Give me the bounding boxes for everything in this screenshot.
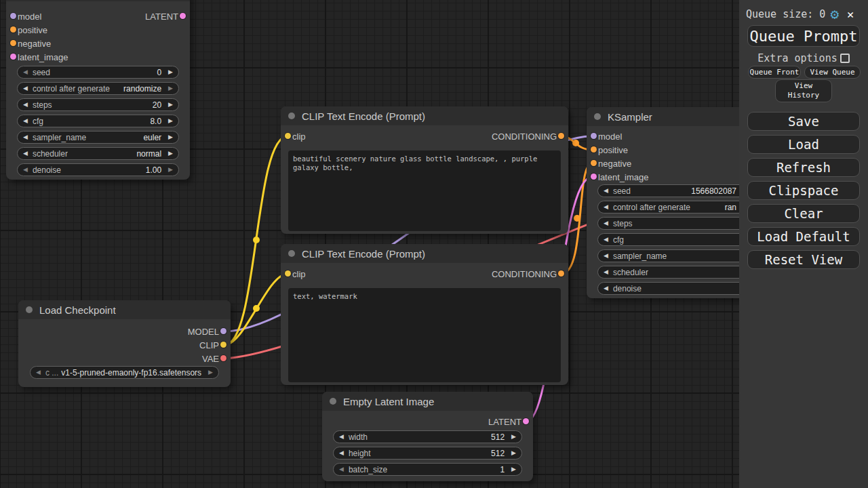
increment-arrow-icon[interactable]: ▶: [168, 150, 173, 157]
input-port-clip[interactable]: clip: [281, 269, 306, 279]
output-port-clip[interactable]: CLIP: [199, 340, 231, 350]
input-port-clip[interactable]: clip: [281, 131, 306, 142]
decrement-arrow-icon[interactable]: ◀: [339, 466, 344, 472]
node-title-bar[interactable]: CLIP Text Encode (Prompt): [281, 106, 568, 125]
save-button[interactable]: Save: [747, 112, 860, 131]
input-port-positive[interactable]: positive: [6, 25, 47, 35]
prompt-textarea[interactable]: text, watermark: [288, 288, 561, 382]
refresh-button[interactable]: Refresh: [747, 158, 860, 177]
input-port-latent-image[interactable]: latent_image: [587, 172, 648, 182]
input-port-latent-image[interactable]: latent_image: [6, 52, 68, 62]
port-dot-icon: [10, 13, 16, 19]
decrement-arrow-icon[interactable]: ◀: [339, 450, 344, 456]
node-title-bar[interactable]: KSampler: [6, 0, 190, 1]
node-load-checkpoint[interactable]: Load Checkpoint MODEL CLIP VAE ◀c ...v1-…: [18, 300, 231, 387]
decrement-arrow-icon[interactable]: ◀: [23, 167, 28, 173]
decrement-arrow-icon[interactable]: ◀: [23, 102, 28, 108]
port-dot-icon: [10, 54, 16, 60]
increment-arrow-icon[interactable]: ▶: [168, 167, 173, 173]
node-title-bar[interactable]: Load Checkpoint: [18, 300, 231, 319]
increment-arrow-icon[interactable]: ▶: [168, 118, 173, 124]
close-icon[interactable]: ✕: [847, 7, 854, 21]
queue-prompt-button[interactable]: Queue Prompt: [747, 25, 860, 47]
widget-scheduler[interactable]: ◀schedulernormal▶: [17, 147, 179, 160]
widget-denoise[interactable]: ◀denoise1.00▶: [17, 163, 179, 176]
node-ksampler-top[interactable]: KSampler model LATENT positive negative …: [6, 0, 190, 180]
collapse-dot-icon[interactable]: [288, 113, 295, 119]
view-queue-button[interactable]: View Queue: [804, 66, 861, 79]
output-port-vae[interactable]: VAE: [202, 354, 231, 364]
node-clip-text-encode-positive[interactable]: CLIP Text Encode (Prompt) clip CONDITION…: [281, 106, 568, 234]
input-port-model[interactable]: model: [6, 12, 41, 22]
output-port-latent[interactable]: LATENT: [488, 417, 533, 427]
collapse-dot-icon[interactable]: [288, 250, 295, 257]
widget-sampler-name[interactable]: ◀sampler_nameeuler▶: [17, 131, 179, 144]
decrement-arrow-icon[interactable]: ◀: [23, 85, 28, 92]
increment-arrow-icon[interactable]: ▶: [168, 134, 173, 140]
node-title-bar[interactable]: Empty Latent Image: [322, 392, 533, 411]
widget-ckpt-name[interactable]: ◀c ...v1-5-pruned-emaonly-fp16.safetenso…: [30, 366, 219, 379]
reset-view-button[interactable]: Reset View: [747, 250, 860, 269]
decrement-arrow-icon[interactable]: ◀: [23, 134, 28, 140]
node-empty-latent-image[interactable]: Empty Latent Image LATENT ◀width512▶ ◀he…: [322, 392, 533, 481]
decrement-arrow-icon[interactable]: ◀: [36, 369, 41, 375]
decrement-arrow-icon[interactable]: ◀: [604, 237, 608, 243]
io-row: negative: [6, 37, 190, 50]
input-port-negative[interactable]: negative: [587, 159, 631, 169]
node-title-bar[interactable]: CLIP Text Encode (Prompt): [281, 244, 568, 263]
increment-arrow-icon[interactable]: ▶: [511, 450, 516, 456]
output-port-conditioning[interactable]: CONDITIONING: [492, 269, 568, 279]
link-dot-icon: [253, 305, 260, 312]
prompt-textarea[interactable]: beautiful scenery nature glass bottle la…: [288, 150, 561, 231]
increment-arrow-icon[interactable]: ▶: [168, 102, 173, 108]
decrement-arrow-icon[interactable]: ◀: [604, 220, 608, 226]
port-dot-icon: [591, 146, 597, 152]
decrement-arrow-icon[interactable]: ◀: [604, 285, 608, 291]
input-port-positive[interactable]: positive: [587, 145, 628, 155]
widget-control-after-generate[interactable]: ◀control after generaterandomize▶: [17, 82, 179, 95]
decrement-arrow-icon[interactable]: ◀: [23, 69, 28, 75]
collapse-dot-icon[interactable]: [594, 113, 601, 120]
increment-arrow-icon[interactable]: ▶: [168, 69, 173, 75]
decrement-arrow-icon[interactable]: ◀: [604, 204, 608, 210]
input-port-model[interactable]: model: [587, 131, 622, 142]
clear-button[interactable]: Clear: [747, 204, 860, 223]
queue-size-label: Queue size: 0: [746, 8, 825, 20]
port-dot-icon: [591, 174, 597, 180]
decrement-arrow-icon[interactable]: ◀: [604, 269, 608, 275]
input-port-negative[interactable]: negative: [6, 39, 51, 49]
node-clip-text-encode-negative[interactable]: CLIP Text Encode (Prompt) clip CONDITION…: [281, 244, 568, 385]
decrement-arrow-icon[interactable]: ◀: [604, 188, 608, 194]
extra-options-checkbox[interactable]: [840, 54, 850, 63]
settings-gear-icon[interactable]: ⚙: [830, 7, 839, 22]
increment-arrow-icon[interactable]: ▶: [511, 466, 516, 472]
increment-arrow-icon[interactable]: ▶: [511, 434, 516, 440]
widget-cfg[interactable]: ◀cfg8.0▶: [17, 115, 179, 127]
widget-steps[interactable]: ◀steps20▶: [17, 98, 179, 111]
io-row: LATENT: [322, 415, 533, 428]
increment-arrow-icon[interactable]: ▶: [208, 369, 213, 375]
decrement-arrow-icon[interactable]: ◀: [604, 253, 608, 259]
node-title: CLIP Text Encode (Prompt): [302, 248, 425, 260]
decrement-arrow-icon[interactable]: ◀: [23, 118, 28, 124]
widget-batch-size[interactable]: ◀batch_size1▶: [333, 463, 522, 476]
output-port-conditioning[interactable]: CONDITIONING: [492, 131, 568, 142]
widget-seed[interactable]: ◀seed0▶: [17, 66, 179, 79]
collapse-dot-icon[interactable]: [26, 306, 33, 313]
load-default-button[interactable]: Load Default: [747, 227, 860, 246]
widget-width[interactable]: ◀width512▶: [333, 430, 522, 443]
widget-height[interactable]: ◀height512▶: [333, 447, 522, 460]
increment-arrow-icon[interactable]: ▶: [168, 85, 173, 92]
queue-front-button[interactable]: Queue Front: [748, 66, 801, 79]
view-history-button[interactable]: View History: [775, 79, 832, 102]
collapse-dot-icon[interactable]: [330, 398, 336, 405]
clipspace-button[interactable]: Clipspace: [747, 181, 860, 200]
link-dot-icon: [572, 140, 579, 146]
output-port-latent[interactable]: LATENT: [145, 12, 190, 22]
decrement-arrow-icon[interactable]: ◀: [23, 150, 28, 157]
port-dot-icon: [285, 270, 291, 277]
load-button[interactable]: Load: [747, 135, 860, 154]
node-canvas[interactable]: KSampler model LATENT positive negative …: [0, 0, 868, 488]
decrement-arrow-icon[interactable]: ◀: [339, 434, 344, 440]
output-port-model[interactable]: MODEL: [188, 327, 231, 337]
